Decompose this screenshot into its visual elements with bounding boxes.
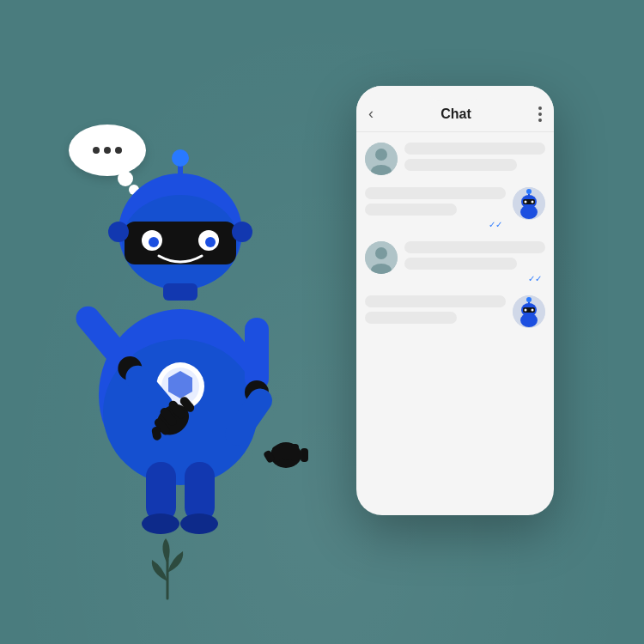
- chat-row-3: ✓✓: [365, 241, 545, 283]
- svg-point-47: [525, 201, 527, 204]
- svg-point-37: [142, 513, 179, 534]
- bubble-1a: [404, 143, 545, 155]
- bubble-group-2: ✓✓: [365, 187, 506, 229]
- bot-avatar-2: [513, 295, 545, 328]
- phone-notch: [429, 86, 481, 101]
- bubble-group-1: [404, 143, 545, 171]
- svg-rect-36: [185, 462, 215, 522]
- svg-rect-26: [245, 318, 269, 391]
- svg-point-49: [520, 205, 538, 219]
- svg-point-54: [526, 297, 532, 302]
- svg-point-10: [232, 222, 252, 242]
- chat-title: Chat: [440, 106, 471, 122]
- human-avatar-2: [365, 241, 398, 274]
- chat-row-4: [365, 295, 545, 328]
- bubble-group-4: [365, 295, 506, 324]
- more-button[interactable]: [538, 106, 542, 122]
- svg-point-58: [525, 309, 527, 312]
- more-dot-1: [538, 106, 542, 110]
- more-dot-2: [538, 112, 542, 116]
- svg-point-59: [532, 309, 534, 312]
- check-mark-1: ✓✓: [365, 220, 506, 229]
- svg-rect-31: [282, 443, 289, 460]
- scene: ‹ Chat: [0, 0, 644, 644]
- check-mark-2: ✓✓: [404, 274, 545, 283]
- svg-rect-33: [301, 448, 308, 462]
- bubble-4a: [365, 295, 506, 307]
- svg-point-8: [205, 237, 216, 247]
- bubble-group-3: ✓✓: [404, 241, 545, 283]
- bubble-3b: [404, 258, 517, 270]
- svg-point-7: [149, 237, 159, 247]
- bubble-2b: [365, 204, 457, 216]
- human-avatar-1: [365, 143, 398, 175]
- svg-point-51: [375, 247, 387, 259]
- chat-body: ✓✓ ✓✓: [356, 132, 554, 515]
- svg-point-43: [526, 189, 532, 194]
- bot-avatar-1: [513, 187, 545, 220]
- bubble-1b: [404, 159, 517, 171]
- phone: ‹ Chat: [356, 86, 554, 515]
- svg-point-9: [108, 222, 129, 242]
- svg-point-1: [172, 149, 189, 167]
- svg-rect-4: [125, 222, 236, 264]
- back-button[interactable]: ‹: [368, 105, 374, 123]
- chat-row-2: ✓✓: [365, 187, 545, 229]
- svg-point-38: [180, 513, 218, 534]
- bubble-4b: [365, 312, 457, 324]
- svg-point-60: [520, 313, 538, 327]
- svg-point-48: [532, 201, 534, 204]
- svg-rect-11: [163, 283, 197, 301]
- plant: [142, 534, 193, 603]
- robot: [47, 146, 313, 550]
- svg-point-40: [375, 149, 387, 161]
- more-dot-3: [538, 118, 542, 122]
- svg-rect-32: [291, 444, 299, 461]
- svg-rect-35: [146, 462, 176, 522]
- bubble-3a: [404, 241, 545, 253]
- chat-row-1: [365, 143, 545, 175]
- bubble-2a: [365, 187, 506, 199]
